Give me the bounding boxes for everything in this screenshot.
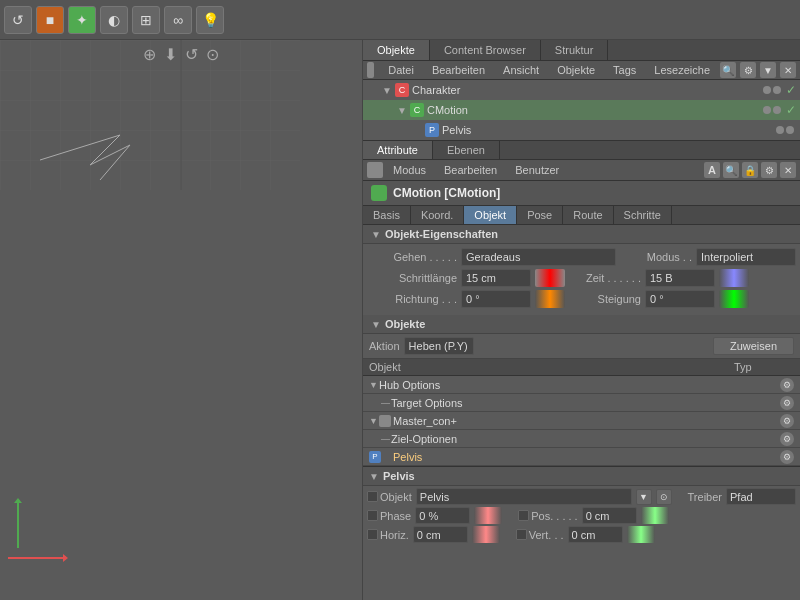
- schrittlaenge-strip: [535, 269, 565, 287]
- col-objekt: Objekt: [369, 361, 734, 373]
- table-row[interactable]: ▼ Hub Options ⚙: [363, 376, 800, 394]
- tab-objekte[interactable]: Objekte: [363, 40, 430, 60]
- pelvis-obj-btn1[interactable]: ▼: [636, 489, 652, 505]
- attr-benutzer[interactable]: Benutzer: [507, 162, 567, 178]
- tab-struktur[interactable]: Struktur: [541, 40, 609, 60]
- menu-tags[interactable]: Tags: [605, 62, 644, 78]
- horiz-input[interactable]: [413, 526, 468, 543]
- attr-modus[interactable]: Modus: [385, 162, 434, 178]
- menu-bearbeiten[interactable]: Bearbeiten: [424, 62, 493, 78]
- attr-icon-lock[interactable]: 🔒: [742, 162, 758, 178]
- menu-datei[interactable]: Datei: [380, 62, 422, 78]
- table-row[interactable]: — Target Options ⚙: [363, 394, 800, 412]
- steigung-input[interactable]: [645, 290, 715, 308]
- attr-icon-a[interactable]: A: [704, 162, 720, 178]
- table-row[interactable]: P Pelvis ⚙: [363, 448, 800, 466]
- pos-checkbox[interactable]: [518, 510, 529, 521]
- obj-table-header: Objekt Typ: [363, 359, 800, 376]
- pelvis-bottom-section: ▼ Pelvis Objekt ▼ ⊙ Treiber Pfad: [363, 466, 800, 547]
- attr-icon-settings[interactable]: ⚙: [761, 162, 777, 178]
- tab-content-browser[interactable]: Content Browser: [430, 40, 541, 60]
- horiz-strip: [472, 526, 500, 543]
- minimize-icon[interactable]: ▼: [760, 62, 776, 78]
- svg-marker-10: [14, 498, 22, 503]
- row-gear-5[interactable]: ⚙: [780, 450, 794, 464]
- menu-objekte[interactable]: Objekte: [549, 62, 603, 78]
- tool-icon-7[interactable]: 💡: [196, 6, 224, 34]
- attr-tab-ebenen[interactable]: Ebenen: [433, 141, 500, 159]
- pelvis-section-title: Pelvis: [383, 470, 415, 482]
- treiber-select[interactable]: Pfad: [726, 488, 796, 505]
- pelvis-obj-btn2[interactable]: ⊙: [656, 489, 672, 505]
- vert-input[interactable]: [568, 526, 623, 543]
- table-row[interactable]: — Ziel-Optionen ⚙: [363, 430, 800, 448]
- richtung-input[interactable]: [461, 290, 531, 308]
- sub-tab-basis[interactable]: Basis: [363, 206, 411, 224]
- tree-item-charakter[interactable]: ▼ C Charakter ✓: [363, 80, 800, 100]
- row-gear-4[interactable]: ⚙: [780, 432, 794, 446]
- cmotion-arrow: ▼: [397, 105, 407, 116]
- schrittlaenge-label: Schrittlänge: [367, 272, 457, 284]
- settings-icon[interactable]: ⚙: [740, 62, 756, 78]
- attr-bearbeiten[interactable]: Bearbeiten: [436, 162, 505, 178]
- viewport-grid-svg: [0, 40, 300, 190]
- search-icon[interactable]: 🔍: [720, 62, 736, 78]
- schrittlaenge-input[interactable]: [461, 269, 531, 287]
- prop-row-schrittlaenge: Schrittlänge Zeit . . . . . .: [367, 269, 796, 287]
- cmotion-header: CMotion [CMotion]: [363, 181, 800, 206]
- pelvis-section-header: ▼ Pelvis: [363, 467, 800, 486]
- dot6: [786, 126, 794, 134]
- objekte-section-header: ▼ Objekte: [363, 315, 800, 334]
- close-icon[interactable]: ✕: [780, 62, 796, 78]
- charakter-dots: [763, 86, 781, 94]
- tree-item-pelvis[interactable]: P Pelvis: [363, 120, 800, 140]
- sub-tab-pose[interactable]: Pose: [517, 206, 563, 224]
- steigung-label: Steigung: [581, 293, 641, 305]
- table-row[interactable]: ▼ Master_con+ ⚙: [363, 412, 800, 430]
- viewport-arrow-up: [8, 498, 28, 550]
- tool-icon-6[interactable]: ∞: [164, 6, 192, 34]
- tool-icon-5[interactable]: ⊞: [132, 6, 160, 34]
- gehen-select[interactable]: Geradeaus: [461, 248, 616, 266]
- pelvis-obj-input[interactable]: [416, 488, 632, 505]
- sub-tab-objekt[interactable]: Objekt: [464, 206, 517, 224]
- attr-icon-search[interactable]: 🔍: [723, 162, 739, 178]
- aktion-select[interactable]: Heben (P.Y): [404, 337, 474, 355]
- phase-input[interactable]: [415, 507, 470, 524]
- attr-tab-attribute[interactable]: Attribute: [363, 141, 433, 159]
- row-arrow-3: ▼: [369, 416, 379, 426]
- attr-icon-close[interactable]: ✕: [780, 162, 796, 178]
- prop-row-gehen: Gehen . . . . . Geradeaus Modus . . Inte…: [367, 248, 796, 266]
- cmotion-header-icon: [371, 185, 387, 201]
- phase-label: Phase: [380, 510, 411, 522]
- row-gear-3[interactable]: ⚙: [780, 414, 794, 428]
- row-gear-1[interactable]: ⚙: [780, 378, 794, 392]
- tree-item-cmotion[interactable]: ▼ C CMotion ✓: [363, 100, 800, 120]
- tool-icon-2[interactable]: ■: [36, 6, 64, 34]
- pelvis-obj-label: Objekt: [367, 491, 412, 503]
- tool-icon-4[interactable]: ◐: [100, 6, 128, 34]
- phase-label-wrap: Phase: [367, 510, 411, 522]
- eigenschaften-arrow: ▼: [371, 229, 381, 240]
- zuweisen-button[interactable]: Zuweisen: [713, 337, 794, 355]
- cmotion-icon: C: [410, 103, 424, 117]
- sub-tab-route[interactable]: Route: [563, 206, 613, 224]
- tool-icon-3[interactable]: ✦: [68, 6, 96, 34]
- vert-checkbox[interactable]: [516, 529, 527, 540]
- object-tree: ▼ C Charakter ✓ ▼ C CMotion: [363, 80, 800, 141]
- pos-label-wrap: Pos. . . . .: [518, 510, 577, 522]
- sub-tab-koord[interactable]: Koord.: [411, 206, 464, 224]
- modus-select[interactable]: Interpoliert: [696, 248, 796, 266]
- objekt-eigenschaften-header: ▼ Objekt-Eigenschaften: [363, 225, 800, 244]
- pelvis-obj-checkbox[interactable]: [367, 491, 378, 502]
- phase-checkbox[interactable]: [367, 510, 378, 521]
- menu-lesezeichen[interactable]: Lesezeiche: [646, 62, 718, 78]
- horiz-checkbox[interactable]: [367, 529, 378, 540]
- zeit-input[interactable]: [645, 269, 715, 287]
- row-gear-2[interactable]: ⚙: [780, 396, 794, 410]
- pelvis-tree-icon: P: [425, 123, 439, 137]
- menu-ansicht[interactable]: Ansicht: [495, 62, 547, 78]
- tool-icon-1[interactable]: ↺: [4, 6, 32, 34]
- sub-tab-schritte[interactable]: Schritte: [614, 206, 672, 224]
- pos-input[interactable]: [582, 507, 637, 524]
